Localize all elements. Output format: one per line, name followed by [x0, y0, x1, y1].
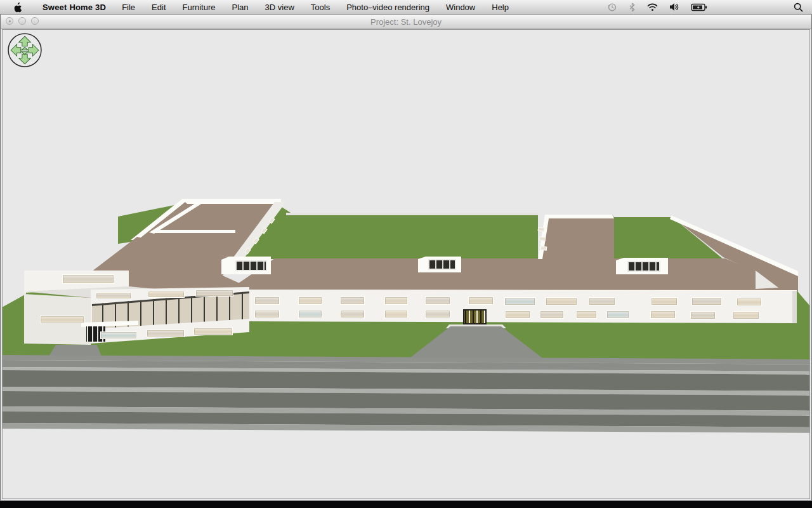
facade-upper-windows: [298, 297, 322, 305]
facade-lower-windows: [733, 311, 759, 319]
zoom-button[interactable]: [31, 17, 39, 25]
facade-upper-windows: [651, 297, 678, 305]
menu-item-3d-view[interactable]: 3D view: [257, 0, 303, 14]
facade-lower-windows: [576, 311, 597, 319]
facade-upper-windows: [425, 297, 450, 305]
right-wing-wall-windows: [540, 246, 547, 250]
facade-upper-windows: [254, 297, 280, 305]
bluetooth-icon[interactable]: [623, 0, 641, 14]
right-wing-wall-windows: [538, 227, 545, 231]
menu-item-help[interactable]: Help: [483, 0, 517, 14]
facade-lower-windows: [650, 311, 676, 319]
facade-lower-windows: [298, 310, 322, 318]
left-block-lower-windows: [193, 328, 233, 335]
facade-lower-windows: [606, 311, 629, 319]
monitor-windows: [235, 260, 267, 271]
wifi-icon[interactable]: [641, 0, 664, 14]
menu-list: FileEditFurniturePlan3D viewToolsPhoto–v…: [114, 0, 517, 14]
left-block-lower-windows: [100, 331, 137, 339]
menu-item-tools[interactable]: Tools: [303, 0, 338, 14]
3d-scene: [2, 29, 810, 499]
left-block-upper-windows: [195, 290, 233, 297]
status-icons: [601, 0, 812, 14]
window-controls: [6, 17, 39, 25]
annex-parapet-windows: [62, 274, 114, 284]
apple-menu[interactable]: [0, 0, 35, 14]
annex-wall-windows: [40, 316, 84, 323]
minimize-button[interactable]: [18, 17, 26, 25]
facade-lower-windows: [425, 310, 450, 318]
apple-logo-icon: [13, 2, 23, 13]
facade-lower-windows: [254, 310, 280, 318]
monitor-windows: [627, 261, 660, 272]
menu-bar: Sweet Home 3D FileEditFurniturePlan3D vi…: [0, 0, 812, 15]
app-window: Project: St. Lovejoy: [0, 15, 812, 501]
left-block-upper-windows: [96, 292, 131, 299]
volume-icon[interactable]: [664, 0, 685, 14]
facade-lower-windows: [690, 311, 716, 319]
facade-lower-windows: [384, 310, 408, 318]
facade-upper-windows: [384, 297, 408, 305]
menu-item-plan[interactable]: Plan: [224, 0, 257, 14]
facade-upper-windows: [340, 297, 365, 305]
facade-upper-windows: [504, 297, 535, 305]
facade-lower-windows: [505, 311, 530, 319]
facade-lower-windows: [540, 311, 564, 319]
3d-view-canvas[interactable]: [2, 29, 810, 499]
left-block-upper-windows: [148, 291, 185, 298]
monitor-windows: [428, 259, 456, 270]
navigation-compass[interactable]: [7, 32, 43, 68]
battery-icon[interactable]: [685, 0, 713, 14]
right-wing-wall-windows: [539, 236, 546, 241]
menu-item-window[interactable]: Window: [438, 0, 483, 14]
app-name[interactable]: Sweet Home 3D: [35, 3, 114, 12]
road: [2, 355, 810, 433]
spotlight-search-icon[interactable]: [788, 0, 812, 14]
facade-upper-windows: [737, 298, 762, 306]
facade-upper-windows: [468, 297, 494, 305]
close-button[interactable]: [6, 17, 13, 25]
left-block-lower-windows: [147, 330, 185, 337]
facade-upper-windows: [546, 297, 577, 305]
window-title: Project: St. Lovejoy: [370, 17, 442, 27]
window-title-bar[interactable]: Project: St. Lovejoy: [1, 15, 811, 29]
facade-lower-windows: [340, 310, 365, 318]
menu-item-edit[interactable]: Edit: [143, 0, 174, 14]
facade-upper-windows: [589, 297, 615, 305]
menu-item-file[interactable]: File: [114, 0, 143, 14]
time-machine-icon[interactable]: [601, 0, 623, 14]
menu-item-photo-video-rendering[interactable]: Photo–video rendering: [338, 0, 438, 14]
facade-upper-windows: [691, 297, 722, 305]
menu-item-furniture[interactable]: Furniture: [174, 0, 224, 14]
